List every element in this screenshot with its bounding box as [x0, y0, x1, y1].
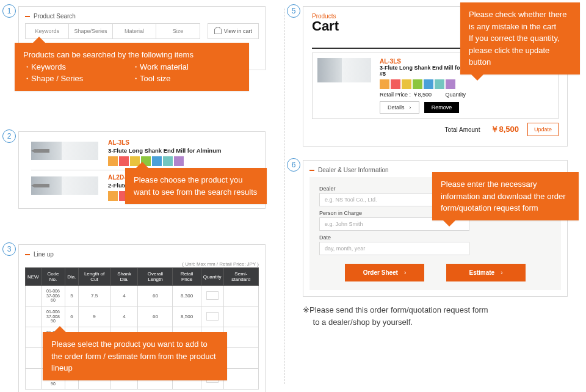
step-number-1: 1 [2, 4, 16, 18]
step-5: 5 Products Cart Total Amount AL-3LS 3-Fl… [303, 6, 568, 147]
material-badges [108, 156, 221, 166]
qty-input[interactable] [206, 312, 219, 321]
details-button[interactable]: Details [380, 101, 419, 114]
callout-step1: Products can be searched by the followin… [15, 43, 249, 91]
step-6: 6 Dealer & User Information Dealer e.g. … [303, 160, 568, 328]
view-in-cart-label: View in cart [224, 28, 252, 34]
panel-title: Product Search [25, 13, 259, 20]
step-1: 1 Product Search Keywords Shape/Series M… [18, 6, 266, 118]
estimate-button[interactable]: Estimate [446, 264, 526, 281]
search-tabs: Keywords Shape/Series Material Size [25, 23, 200, 39]
step-number-3: 3 [2, 242, 16, 256]
order-sheet-button[interactable]: Order Sheet [345, 264, 424, 281]
action-row: Order Sheet Estimate [319, 264, 551, 281]
instruction-page: 1 Product Search Keywords Shape/Series M… [0, 0, 586, 392]
update-button[interactable]: Update [527, 123, 559, 136]
table-row[interactable]: 01-00637-00890694608,500 [26, 307, 259, 327]
view-in-cart-button[interactable]: View in cart [208, 23, 259, 39]
qty-input[interactable] [206, 291, 219, 300]
step-3: 3 Line up ( Unit: Max mm / Retail Price:… [18, 244, 266, 392]
product-name: 3-Flute Long Shank End Mill for Alminum [108, 147, 221, 154]
product-info: AL-3LS 3-Flute Long Shank End Mill for A… [98, 139, 221, 166]
tab-row: Keywords Shape/Series Material Size View… [25, 23, 259, 39]
step-number-6: 6 [287, 158, 300, 172]
table-row[interactable]: 01-00637-0066057.54608,300 [26, 286, 259, 307]
tab-keywords[interactable]: Keywords [26, 24, 69, 38]
product-thumb-icon [31, 142, 98, 160]
step-number-2: 2 [2, 129, 16, 143]
product-code: AL-3LS [108, 139, 221, 146]
table-header-row: NEW Code No. Dia. Length of Cut Shank Di… [26, 268, 259, 286]
remove-button[interactable]: Remove [424, 102, 460, 113]
field-label: Date [319, 234, 551, 241]
date-input[interactable]: day, month, year [319, 242, 469, 255]
callout-step1-items: ・Keywords ・Shape / Series ・Work material… [23, 61, 241, 85]
tab-shape[interactable]: Shape/Series [69, 24, 112, 38]
table-note: ( Unit: Max mm / Retail Price: JPY ) [25, 261, 259, 267]
callout-step5: Please check whether there is any mistak… [460, 2, 580, 74]
tab-size[interactable]: Size [156, 24, 199, 38]
callout-step2: Please choose the product you want to se… [125, 168, 267, 204]
material-badges [380, 79, 553, 89]
cart-item-price: Retail Price : ￥8,500 [380, 92, 432, 98]
cart-total-row: Total Amount ￥8,500 Update [312, 119, 559, 140]
step-2: 2 AL-3LS 3-Flute Long Shank End Mill for… [18, 131, 266, 231]
step-number-5: 5 [287, 4, 300, 18]
callout-step1-head: Products can be searched by the followin… [23, 49, 241, 61]
product-thumb-icon [31, 176, 98, 195]
total-amount: ￥8,500 [491, 124, 519, 135]
cart-icon [214, 29, 222, 34]
left-column: 1 Product Search Keywords Shape/Series M… [0, 0, 284, 392]
panel-title: Line up [25, 251, 259, 258]
tab-material[interactable]: Material [113, 24, 156, 38]
total-label: Total Amount [445, 126, 480, 133]
callout-step6: Please enter the necessary information a… [432, 172, 579, 220]
product-thumb-icon [317, 58, 371, 82]
cart-qty-label: Quantity [446, 92, 466, 98]
callout-step3: Please select the product you want to ad… [43, 332, 227, 380]
footnote: ※Please send this order form/quotation r… [303, 304, 568, 328]
right-column: 5 Products Cart Total Amount AL-3LS 3-Fl… [284, 0, 586, 392]
